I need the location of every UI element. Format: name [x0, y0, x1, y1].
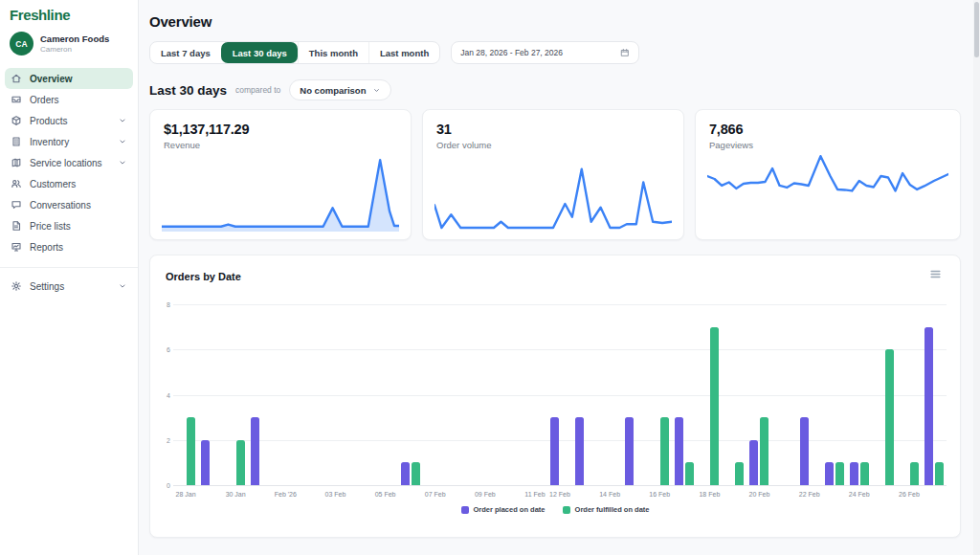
sidebar-item-label: Conversations: [30, 200, 91, 211]
bar-order-fulfilled-on-date-19-feb[interactable]: [735, 462, 744, 485]
vertical-scrollbar[interactable]: [973, 0, 980, 555]
bar-group-06-feb: [398, 304, 423, 485]
y-axis-label: 4: [156, 391, 170, 398]
bar-group-14-feb: [597, 304, 622, 485]
bar-order-placed-on-date-12-feb[interactable]: [550, 417, 559, 485]
x-axis-label: 14 Feb: [599, 491, 620, 498]
bar-group-22-feb: [797, 304, 822, 485]
bar-order-placed-on-date-22-feb[interactable]: [800, 417, 809, 485]
sidebar-item-label: Overview: [30, 74, 72, 84]
sidebar-item-settings[interactable]: Settings: [5, 276, 133, 297]
chart-title: Orders by Date: [166, 271, 241, 282]
account-switcher[interactable]: CA Cameron Foods Cameron: [10, 32, 130, 56]
legend-label: Order placed on date: [474, 505, 546, 514]
x-axis-label: 18 Feb: [699, 491, 720, 498]
legend-item-order-fulfilled-on-date: Order fulfilled on date: [563, 505, 650, 514]
sidebar-item-reports[interactable]: Reports: [5, 236, 133, 257]
date-range-value: Jan 28, 2026 - Feb 27, 2026: [460, 48, 563, 57]
stat-value: 31: [436, 122, 670, 137]
bar-order-fulfilled-on-date-26-feb[interactable]: [910, 462, 919, 485]
bar-order-placed-on-date-27-feb[interactable]: [924, 327, 933, 485]
bar-order-fulfilled-on-date-25-feb[interactable]: [885, 349, 894, 485]
main-content: Overview Last 7 daysLast 30 daysThis mon…: [139, 0, 980, 555]
sidebar-item-price-lists[interactable]: Price lists: [5, 215, 133, 236]
bar-group-05-feb: [373, 304, 398, 485]
sidebar-item-products[interactable]: Products: [5, 110, 133, 131]
bar-order-fulfilled-on-date-18-feb[interactable]: [710, 327, 719, 485]
bar-group-31-jan: [248, 304, 273, 485]
tab-last-month[interactable]: Last month: [368, 42, 439, 63]
bar-group-18-feb: [697, 304, 722, 485]
bar-order-fulfilled-on-date-23-feb[interactable]: [835, 462, 844, 485]
sidebar-item-service-locations[interactable]: Service locations: [5, 152, 133, 173]
x-axis-label: 22 Feb: [799, 491, 820, 498]
bar-order-fulfilled-on-date-06-feb[interactable]: [412, 462, 420, 485]
bar-order-placed-on-date-17-feb[interactable]: [675, 417, 683, 485]
bar-group-26-feb: [897, 304, 922, 485]
x-axis-label: 11 Feb: [524, 491, 545, 498]
scrollbar-thumb[interactable]: [974, 2, 979, 57]
sidebar-item-label: Customers: [30, 179, 76, 189]
comparison-select[interactable]: No comparison: [289, 79, 391, 100]
stat-value: 7,866: [709, 122, 947, 137]
bar-order-placed-on-date-23-feb[interactable]: [825, 462, 834, 485]
tab-last-30-days[interactable]: Last 30 days: [221, 42, 298, 63]
date-range-input[interactable]: Jan 28, 2026 - Feb 27, 2026: [451, 41, 639, 64]
chevron-down-icon: [118, 116, 127, 125]
avatar: CA: [10, 32, 33, 56]
bar-order-placed-on-date-24-feb[interactable]: [850, 462, 858, 485]
bar-order-fulfilled-on-date-20-feb[interactable]: [760, 417, 768, 485]
x-axis-label: 26 Feb: [899, 491, 920, 498]
bar-order-placed-on-date-13-feb[interactable]: [575, 417, 584, 485]
orders-by-date-card: Orders by Date 02468 28 Jan30 JanFeb '26…: [149, 255, 961, 538]
tab-this-month[interactable]: This month: [298, 42, 368, 63]
bars-area: [173, 304, 947, 485]
bar-group-23-feb: [822, 304, 847, 485]
bar-order-fulfilled-on-date-16-feb[interactable]: [660, 417, 669, 485]
gridline: [173, 485, 947, 486]
bar-order-fulfilled-on-date-30-jan[interactable]: [236, 440, 245, 485]
sidebar-item-orders[interactable]: Orders: [5, 89, 133, 110]
bar-group-24-feb: [847, 304, 872, 485]
bar-order-placed-on-date-31-jan[interactable]: [251, 417, 259, 485]
bar-group-15-feb: [622, 304, 647, 485]
x-axis-label: 05 Feb: [375, 491, 396, 498]
y-axis-label: 0: [156, 482, 170, 489]
bar-order-fulfilled-on-date-24-feb[interactable]: [860, 462, 869, 485]
bar-group-16-feb: [647, 304, 672, 485]
stat-label: Order volume: [436, 140, 670, 150]
sparkline-pageviews: [707, 154, 948, 206]
stat-card-pageviews: 7,866Pageviews: [695, 109, 961, 240]
bar-order-fulfilled-on-date-28-jan[interactable]: [187, 417, 195, 485]
chart-menu-icon[interactable]: [929, 268, 942, 280]
bar-order-placed-on-date-20-feb[interactable]: [749, 440, 758, 485]
bar-order-fulfilled-on-date-27-feb[interactable]: [935, 462, 944, 485]
account-name: Cameron Foods: [40, 33, 122, 44]
sidebar-item-label: Products: [30, 116, 67, 126]
sidebar-item-label: Orders: [30, 95, 59, 105]
chevron-down-icon: [118, 137, 127, 146]
sidebar-item-customers[interactable]: Customers: [5, 173, 133, 194]
x-axis-label: Feb '26: [275, 491, 297, 498]
sidebar-item-inventory[interactable]: Inventory: [5, 131, 133, 152]
bar-group-19-feb: [722, 304, 746, 485]
bar-order-placed-on-date-15-feb[interactable]: [625, 417, 634, 485]
comparison-selected-value: No comparison: [300, 85, 366, 96]
sidebar-item-conversations[interactable]: Conversations: [5, 194, 133, 215]
x-axis-label: 20 Feb: [749, 491, 770, 498]
chevron-down-icon: [118, 158, 127, 167]
tab-last-7-days[interactable]: Last 7 days: [150, 42, 221, 63]
legend-swatch: [461, 506, 469, 514]
y-axis-label: 6: [156, 346, 170, 353]
bar-order-fulfilled-on-date-17-feb[interactable]: [685, 462, 694, 485]
x-axis-label: 30 Jan: [226, 491, 246, 498]
sidebar: Freshline CA Cameron Foods Cameron Overv…: [0, 0, 139, 555]
brand-logo: Freshline: [10, 7, 128, 23]
stat-card-order-volume: 31Order volume: [422, 109, 684, 240]
bar-order-placed-on-date-29-jan[interactable]: [201, 440, 210, 485]
sidebar-item-overview[interactable]: Overview: [5, 68, 133, 89]
section-title: Last 30 days: [149, 83, 227, 98]
bar-order-placed-on-date-06-feb[interactable]: [401, 462, 410, 485]
bar-group-21-feb: [772, 304, 797, 485]
sparkline-revenue: [162, 157, 399, 232]
